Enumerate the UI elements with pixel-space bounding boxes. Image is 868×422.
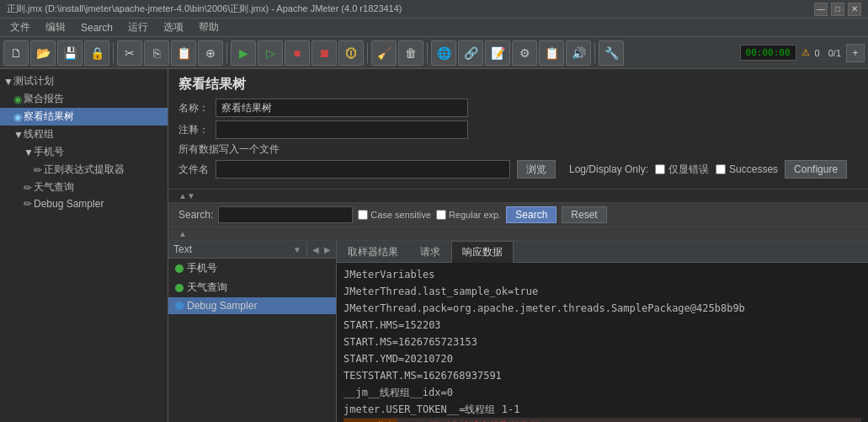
menu-edit[interactable]: 编辑 bbox=[39, 19, 72, 37]
maximize-button[interactable]: □ bbox=[831, 3, 844, 16]
sidebar-item-label: 线程组 bbox=[24, 127, 54, 142]
menu-search[interactable]: Search bbox=[74, 19, 120, 37]
expand-all-icon[interactable]: ▲▼ bbox=[178, 191, 195, 200]
result-label: 手机号 bbox=[187, 261, 217, 275]
title-bar: 正则.jmx (D:\install\jmeter\apache-jmeter-… bbox=[0, 0, 868, 19]
minimize-button[interactable]: — bbox=[814, 3, 828, 16]
collapse-icon[interactable]: ▲ bbox=[178, 229, 187, 238]
menu-run[interactable]: 运行 bbox=[121, 19, 155, 37]
result-right-panel: 取样器结果 请求 响应数据 JMeterVariables JMeterThre… bbox=[337, 241, 868, 422]
toolbar-shutdown[interactable]: ⏼ bbox=[338, 40, 364, 66]
sidebar-item-test-plan[interactable]: ▼ 测试计划 bbox=[0, 72, 168, 90]
search-button[interactable]: Search bbox=[506, 206, 556, 223]
tab-sampler-results[interactable]: 取样器结果 bbox=[337, 241, 409, 263]
toolbar-run[interactable]: ▶ bbox=[231, 40, 256, 66]
case-sensitive-checkbox[interactable] bbox=[358, 210, 368, 220]
result-row-phone[interactable]: 手机号 bbox=[168, 259, 336, 278]
toolbar-cut[interactable]: ✂ bbox=[117, 40, 142, 66]
toolbar-clear[interactable]: 🧹 bbox=[371, 40, 397, 66]
sidebar-item-view-results[interactable]: ◉ 察看结果树 bbox=[0, 108, 168, 126]
sidebar-item-debug[interactable]: ✏ Debug Sampler bbox=[0, 196, 168, 211]
status-dot-green bbox=[175, 264, 184, 273]
toolbar-paste[interactable]: 📋 bbox=[171, 40, 196, 66]
toolbar-template[interactable]: 📝 bbox=[485, 40, 510, 66]
errors-checkbox-row: 仅显错误 bbox=[655, 163, 709, 177]
regular-exp-label: Regular exp. bbox=[449, 210, 501, 220]
title-bar-controls: — □ ✕ bbox=[814, 3, 861, 16]
successes-checkbox[interactable] bbox=[716, 164, 726, 174]
toolbar-new[interactable]: 🗋 bbox=[3, 40, 29, 66]
sidebar-item-thread-group[interactable]: ▼ 线程组 bbox=[0, 126, 168, 143]
toolbar-run-thread[interactable]: ▷ bbox=[258, 40, 283, 66]
configure-button[interactable]: Configure bbox=[785, 160, 847, 179]
name-label: 名称： bbox=[178, 101, 209, 115]
result-row-weather[interactable]: 天气查询 bbox=[168, 278, 336, 297]
toolbar: 🗋 📂 💾 🔒 ✂ ⎘ 📋 ⊕ ▶ ▷ ■ ⏹ ⏼ 🧹 🗑 🌐 🔗 📝 ⚙ 📋 … bbox=[0, 37, 868, 69]
regular-exp-checkbox[interactable] bbox=[436, 210, 446, 220]
leaf-icon: ✏ bbox=[24, 198, 30, 210]
toolbar-sep4 bbox=[427, 43, 428, 63]
menu-options[interactable]: 选项 bbox=[157, 19, 190, 37]
annotation-label: 正则表达式中提取的数据 bbox=[429, 419, 541, 422]
reset-button[interactable]: Reset bbox=[562, 206, 606, 223]
tab-response-data[interactable]: 响应数据 bbox=[451, 241, 514, 263]
results-area: Text ▼ ◀ ▶ 手机号 天气查询 bbox=[168, 241, 868, 422]
content-line-3: START.HMS=152203 bbox=[343, 317, 861, 334]
content-header: 察看结果树 名称： 注释： 所有数据写入一个文件 文件名 浏览 Log/Disp… bbox=[168, 69, 868, 190]
expand-right-icon[interactable]: ▶ bbox=[322, 245, 333, 254]
toolbar-copy[interactable]: ⎘ bbox=[144, 40, 169, 66]
menu-file[interactable]: 文件 bbox=[3, 19, 37, 37]
search-label: Search: bbox=[178, 209, 213, 221]
filename-label: 文件名 bbox=[178, 163, 209, 177]
result-tree-panel: Text ▼ ◀ ▶ 手机号 天气查询 bbox=[168, 241, 337, 422]
sort-icon[interactable]: ▼ bbox=[293, 245, 301, 254]
menu-help[interactable]: 帮助 bbox=[192, 19, 226, 37]
toolbar-save-all[interactable]: 🔒 bbox=[84, 40, 109, 66]
toolbar-log-level[interactable]: 🔊 bbox=[566, 40, 591, 66]
sidebar-item-label: 手机号 bbox=[34, 145, 64, 159]
content-line-1: JMeterThread.last_sample_ok=true bbox=[343, 283, 861, 300]
toolbar-remote[interactable]: 🌐 bbox=[431, 40, 456, 66]
name-input[interactable] bbox=[216, 99, 468, 117]
expand-icon: ▼ bbox=[13, 129, 20, 141]
toolbar-remote-all[interactable]: 🔗 bbox=[458, 40, 483, 66]
filename-input[interactable] bbox=[216, 160, 510, 179]
toolbar-extra[interactable]: 🔧 bbox=[599, 40, 624, 66]
content-line-9: qwer=北京 ——→ 正则表达式中提取的数据 bbox=[343, 418, 861, 422]
content-line-6: TESTSTART.MS=1626768937591 bbox=[343, 367, 861, 384]
toolbar-plus[interactable]: + bbox=[846, 44, 865, 62]
tab-request[interactable]: 请求 bbox=[409, 241, 451, 263]
content-line-8: jmeter.USER_TOKEN__=线程组 1-1 bbox=[343, 401, 861, 418]
expand-row2: ▲ bbox=[168, 227, 868, 241]
sidebar-item-phone[interactable]: ▼ 手机号 bbox=[0, 143, 168, 161]
result-row-debug[interactable]: Debug Sampler bbox=[168, 297, 336, 314]
log-display-label: Log/Display Only: bbox=[569, 163, 648, 175]
toolbar-properties[interactable]: ⚙ bbox=[512, 40, 537, 66]
toolbar-stop[interactable]: ■ bbox=[285, 40, 310, 66]
sidebar-item-aggregate[interactable]: ◉ 聚合报告 bbox=[0, 90, 168, 108]
result-label: 天气查询 bbox=[187, 280, 227, 295]
content-line-5: START.YMD=20210720 bbox=[343, 350, 861, 367]
arrow-icon: ——→ bbox=[404, 419, 423, 422]
sidebar-item-weather[interactable]: ✏ 天气查询 bbox=[0, 179, 168, 196]
toolbar-expand[interactable]: ⊕ bbox=[198, 40, 223, 66]
content-line-7: __jm__线程组__idx=0 bbox=[343, 384, 861, 401]
toolbar-stop-now[interactable]: ⏹ bbox=[312, 40, 337, 66]
sidebar-item-label: 聚合报告 bbox=[24, 92, 64, 106]
toolbar-log-view[interactable]: 📋 bbox=[539, 40, 564, 66]
sidebar-item-regex[interactable]: ✏ 正则表达式提取器 bbox=[0, 161, 168, 179]
file-desc-row: 所有数据写入一个文件 bbox=[178, 142, 858, 157]
successes-label: Successes bbox=[729, 163, 778, 175]
toolbar-clear-all[interactable]: 🗑 bbox=[398, 40, 423, 66]
close-button[interactable]: ✕ bbox=[848, 3, 861, 16]
toolbar-save[interactable]: 💾 bbox=[57, 40, 83, 66]
text-col-label: Text bbox=[173, 243, 293, 255]
comment-row: 注释： bbox=[178, 120, 858, 139]
toolbar-open[interactable]: 📂 bbox=[30, 40, 56, 66]
errors-checkbox[interactable] bbox=[655, 164, 665, 174]
search-input[interactable] bbox=[218, 206, 353, 223]
toolbar-warning-icon: ⚠ bbox=[801, 47, 810, 58]
browse-button[interactable]: 浏览 bbox=[517, 160, 556, 179]
comment-input[interactable] bbox=[216, 120, 468, 139]
expand-left-icon[interactable]: ◀ bbox=[311, 245, 321, 254]
